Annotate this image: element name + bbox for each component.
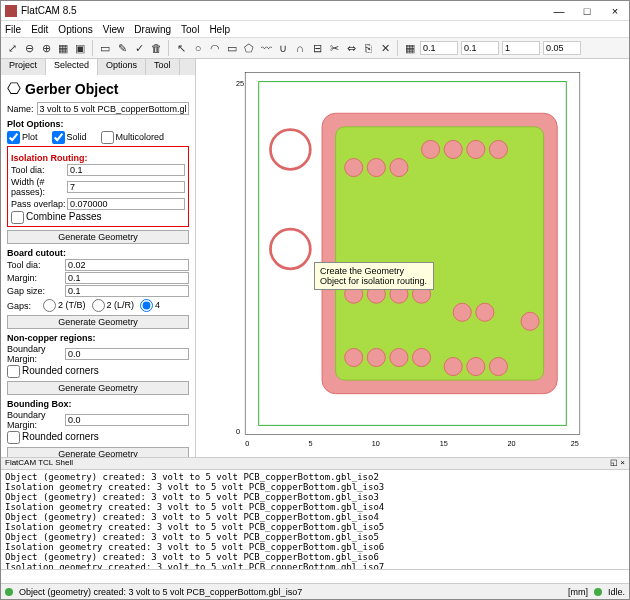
svg-point-29 xyxy=(390,348,408,366)
object-title: Gerber Object xyxy=(25,81,118,97)
svg-point-30 xyxy=(413,348,431,366)
svg-text:25: 25 xyxy=(571,439,579,448)
svg-point-16 xyxy=(390,159,408,177)
app-icon xyxy=(5,5,17,17)
svg-text:25: 25 xyxy=(236,79,244,88)
arc-icon[interactable]: ◠ xyxy=(208,41,222,55)
menu-options[interactable]: Options xyxy=(58,24,92,35)
tcl-output[interactable]: Object (geometry) created: 3 volt to 5 v… xyxy=(1,469,629,569)
cutout-title: Board cutout: xyxy=(7,248,189,258)
menu-view[interactable]: View xyxy=(103,24,125,35)
new-geometry-icon[interactable]: ▭ xyxy=(98,41,112,55)
circle-icon[interactable]: ○ xyxy=(191,41,205,55)
svg-text:15: 15 xyxy=(440,439,448,448)
delete-shape-icon[interactable]: ✕ xyxy=(378,41,392,55)
menu-edit[interactable]: Edit xyxy=(31,24,48,35)
gaps-2tb-radio[interactable]: 2 (T/B) xyxy=(43,299,86,312)
grid-y-input[interactable] xyxy=(461,41,499,55)
combine-check[interactable]: Combine Passes xyxy=(11,211,102,222)
minimize-button[interactable]: — xyxy=(549,5,569,17)
grid-s-input[interactable] xyxy=(543,41,581,55)
multicolored-check[interactable]: Multicolored xyxy=(101,131,165,144)
cutout-gap-input[interactable] xyxy=(65,285,189,297)
generate-geometry-noncopper-button[interactable]: Generate Geometry xyxy=(7,381,189,395)
menu-tool[interactable]: Tool xyxy=(181,24,199,35)
status-led-icon xyxy=(5,588,13,596)
menu-drawing[interactable]: Drawing xyxy=(134,24,171,35)
svg-point-17 xyxy=(422,140,440,158)
window-title: FlatCAM 8.5 xyxy=(21,5,549,16)
tooltip: Create the Geometry Object for isolation… xyxy=(314,262,434,290)
status-idle: Idle. xyxy=(608,587,625,597)
svg-point-26 xyxy=(476,303,494,321)
iso-width-input[interactable] xyxy=(67,181,185,193)
bbox-margin-input[interactable] xyxy=(65,414,189,426)
clear-plot-icon[interactable]: ▦ xyxy=(56,41,70,55)
select-icon[interactable]: ↖ xyxy=(174,41,188,55)
bbox-margin-label: Boundary Margin: xyxy=(7,410,65,430)
tab-options[interactable]: Options xyxy=(98,59,146,75)
iso-tooldia-input[interactable] xyxy=(67,164,185,176)
edit-icon[interactable]: ✎ xyxy=(115,41,129,55)
generate-geometry-cutout-button[interactable]: Generate Geometry xyxy=(7,315,189,329)
svg-point-13 xyxy=(270,229,310,269)
cutout-margin-label: Margin: xyxy=(7,273,65,283)
noncopper-rounded-check[interactable]: Rounded corners xyxy=(7,365,99,376)
panel-body: ⎔ Gerber Object Name: Plot Options: Plot… xyxy=(1,75,195,457)
noncopper-margin-input[interactable] xyxy=(65,348,189,360)
zoom-out-icon[interactable]: ⊖ xyxy=(22,41,36,55)
cutout-tooldia-input[interactable] xyxy=(65,259,189,271)
svg-point-31 xyxy=(444,358,462,376)
isolation-section: Isolation Routing: Tool dia: Width (# pa… xyxy=(7,146,189,227)
tab-project[interactable]: Project xyxy=(1,59,46,75)
zoom-fit-icon[interactable]: ⤢ xyxy=(5,41,19,55)
svg-point-28 xyxy=(367,348,385,366)
tcl-undock-icon[interactable]: ◱ × xyxy=(610,458,625,469)
name-label: Name: xyxy=(7,104,34,114)
plot-check[interactable]: Plot xyxy=(7,131,38,144)
move-icon[interactable]: ⇔ xyxy=(344,41,358,55)
grid-n-input[interactable] xyxy=(502,41,540,55)
svg-point-18 xyxy=(444,140,462,158)
tcl-title: FlatCAM TCL Shell xyxy=(5,458,73,469)
name-input[interactable] xyxy=(37,102,189,115)
replot-icon[interactable]: ▣ xyxy=(73,41,87,55)
solid-check[interactable]: Solid xyxy=(52,131,87,144)
generate-geometry-bbox-button[interactable]: Generate Geometry xyxy=(7,447,189,457)
polygon-icon[interactable]: ⬠ xyxy=(242,41,256,55)
intersect-icon[interactable]: ∩ xyxy=(293,41,307,55)
noncopper-margin-label: Boundary Margin: xyxy=(7,344,65,364)
bbox-rounded-check[interactable]: Rounded corners xyxy=(7,431,99,442)
zoom-in-icon[interactable]: ⊕ xyxy=(39,41,53,55)
grid-x-input[interactable] xyxy=(420,41,458,55)
cutout-tooldia-label: Tool dia: xyxy=(7,260,65,270)
svg-point-14 xyxy=(345,159,363,177)
svg-point-20 xyxy=(489,140,507,158)
grid-icon[interactable]: ▦ xyxy=(403,41,417,55)
svg-text:20: 20 xyxy=(507,439,515,448)
maximize-button[interactable]: □ xyxy=(577,5,597,17)
subtract-icon[interactable]: ⊟ xyxy=(310,41,324,55)
menu-file[interactable]: File xyxy=(5,24,21,35)
copy-icon[interactable]: ⎘ xyxy=(361,41,375,55)
rect-icon[interactable]: ▭ xyxy=(225,41,239,55)
svg-point-32 xyxy=(467,358,485,376)
save-icon[interactable]: ✓ xyxy=(132,41,146,55)
gaps-4-radio[interactable]: 4 xyxy=(140,299,160,312)
gaps-2lr-radio[interactable]: 2 (L/R) xyxy=(92,299,135,312)
tab-selected[interactable]: Selected xyxy=(46,59,98,75)
path-icon[interactable]: 〰 xyxy=(259,41,273,55)
cut-icon[interactable]: ✂ xyxy=(327,41,341,55)
plot-canvas[interactable]: Create the Geometry Object for isolation… xyxy=(196,59,629,457)
tcl-header: FlatCAM TCL Shell ◱ × xyxy=(1,457,629,469)
bbox-title: Bounding Box: xyxy=(7,399,189,409)
union-icon[interactable]: ∪ xyxy=(276,41,290,55)
cutout-margin-input[interactable] xyxy=(65,272,189,284)
tab-tool[interactable]: Tool xyxy=(146,59,180,75)
iso-overlap-input[interactable] xyxy=(67,198,185,210)
menu-help[interactable]: Help xyxy=(209,24,230,35)
close-button[interactable]: × xyxy=(605,5,625,17)
generate-geometry-iso-button[interactable]: Generate Geometry xyxy=(7,230,189,244)
tcl-input[interactable] xyxy=(1,570,629,583)
delete-icon[interactable]: 🗑 xyxy=(149,41,163,55)
